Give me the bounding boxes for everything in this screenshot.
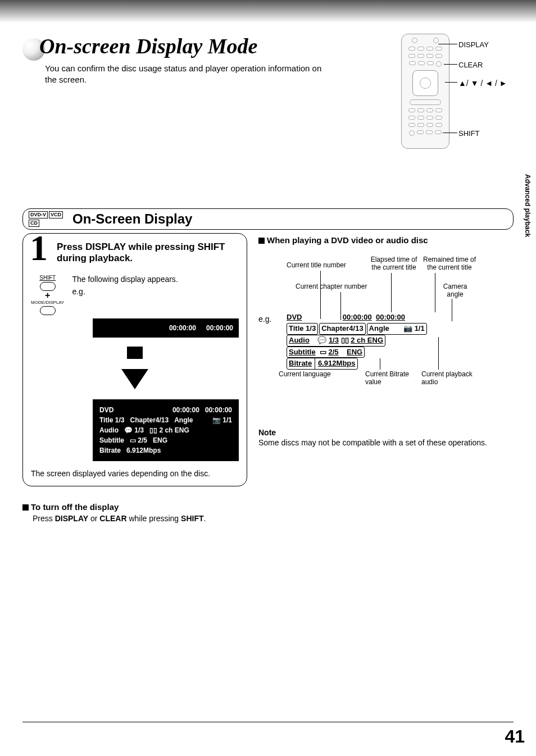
vary-note: The screen displayed varies depending on… xyxy=(31,469,239,478)
shift-label: SHIFT xyxy=(39,275,56,281)
remote-diagram: DISPLAY CLEAR ▲/ ▼ / ◄ / ► SHIFT xyxy=(401,34,508,152)
shift-buttons-icon: SHIFT + MODE/DISPLAY xyxy=(31,275,64,315)
ann-language: Current language xyxy=(279,371,331,379)
arrow-down-icon xyxy=(121,369,148,389)
turnoff-section: To turn off the display Press DISPLAY or… xyxy=(22,502,514,523)
footer-rule xyxy=(22,722,514,722)
remote-label-shift: SHIFT xyxy=(458,129,480,138)
step-box: 1 Press DISPLAY while pressing SHIFT dur… xyxy=(22,233,247,486)
ann-title-number: Current title number xyxy=(287,262,346,270)
note-title: Note xyxy=(258,428,514,437)
right-header: When playing a DVD video or audio disc xyxy=(258,235,514,245)
osd-annotated-display: DVD 00:00:00 00:00:00 Title 1/3Chapter4/… xyxy=(287,312,428,370)
ann-elapsed: Elapsed time of the current title xyxy=(369,256,419,272)
osd-full-display: DVD00:00:0000:00:00 Title 1/3Chapter4/13… xyxy=(93,399,239,461)
ann-remain: Remained time of the current title xyxy=(421,256,478,272)
mode-display-label: MODE/DISPLAY xyxy=(31,300,64,305)
osd-time-elapsed: 00:00:00 xyxy=(169,324,196,332)
remote-label-arrows: ▲/ ▼ / ◄ / ► xyxy=(458,79,507,88)
section-title: On-Screen Display xyxy=(72,211,192,227)
eg-label: e.g. xyxy=(72,287,239,296)
turnoff-body: Press DISPLAY or CLEAR while pressing SH… xyxy=(33,514,514,523)
note-body: Some discs may not be compatible with a … xyxy=(258,438,514,447)
arrow-down-icon xyxy=(127,347,143,359)
page-title: On-screen Display Mode xyxy=(39,34,257,58)
badge-vcd: VCD xyxy=(49,211,63,218)
badge-cd: CD xyxy=(29,220,39,227)
note-block: Note Some discs may not be compatible wi… xyxy=(258,428,514,447)
section-side-label: Advanced playback xyxy=(524,174,532,237)
turnoff-head: To turn off the display xyxy=(31,502,119,512)
page-subtitle: You can confirm the disc usage status an… xyxy=(45,63,326,85)
ann-camera: Camera angle xyxy=(438,283,472,299)
badge-dvdv: DVD-V xyxy=(29,211,48,218)
following-text: The following display appears. xyxy=(72,275,239,284)
osd-time-remain: 00:00:00 xyxy=(206,324,233,332)
eg-label-2: e.g. xyxy=(258,315,271,324)
annotation-diagram: Current title number Current chapter num… xyxy=(258,248,478,394)
remote-label-display: DISPLAY xyxy=(458,40,489,49)
step-instruction: Press DISPLAY while pressing SHIFT durin… xyxy=(57,242,239,265)
disc-badges: DVD-V VCD CD xyxy=(29,211,67,227)
ann-chapter-number: Current chapter number xyxy=(296,283,367,291)
remote-label-clear: CLEAR xyxy=(458,61,483,69)
osd-simple-display: 00:00:00 00:00:00 xyxy=(93,318,239,338)
ann-audio: Current playback audio xyxy=(421,371,478,386)
remote-icon xyxy=(401,34,449,149)
ann-bitrate: Current Bitrate value xyxy=(365,371,416,386)
section-bar: DVD-V VCD CD On-Screen Display xyxy=(22,208,514,230)
page-number: 41 xyxy=(505,726,525,747)
step-number: 1 xyxy=(30,230,48,266)
